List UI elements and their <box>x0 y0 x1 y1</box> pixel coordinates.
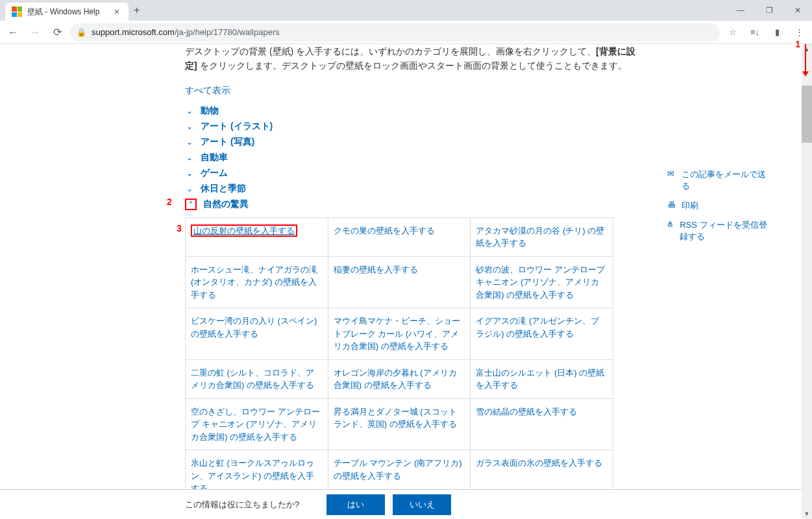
table-cell: 空のきざし、ロウワー アンテロープ キャニオン (アリゾナ、アメリカ合衆国) の… <box>186 399 328 451</box>
table-cell: 3 山の反射の壁紙を入手する <box>186 218 328 257</box>
annotation-2: 2 <box>167 197 172 207</box>
table-cell: クモの巣の壁紙を入手する <box>328 218 471 257</box>
wallpaper-link[interactable]: オレゴン海岸の夕暮れ (アメリカ合衆国) の壁紙を入手する <box>334 368 457 391</box>
wallpaper-link[interactable]: 空のきざし、ロウワー アンテロープ キャニオン (アリゾナ、アメリカ合衆国) の… <box>191 407 320 442</box>
page-viewport: デスクトップの背景 (壁紙) を入手するには、いずれかのカテゴリを展開し、画像を… <box>0 44 802 519</box>
right-actions: ✉この記事をメールで送る 🖶印刷 ⋔RSS フィードを受信登録する <box>666 169 773 250</box>
wallpaper-link-highlighted[interactable]: 山の反射の壁紙を入手する <box>191 224 297 237</box>
wallpaper-link[interactable]: 稲妻の壁紙を入手する <box>334 265 418 274</box>
wallpaper-link[interactable]: クモの巣の壁紙を入手する <box>334 226 435 235</box>
feedback-yes-button[interactable]: はい <box>326 494 385 515</box>
tab-close-icon[interactable]: × <box>112 6 122 17</box>
extension-icon[interactable]: ▮ <box>768 23 786 42</box>
wallpaper-link[interactable]: 昇る満月とダノター城 (スコットランド、英国) の壁紙を入手する <box>334 407 457 429</box>
table-cell: ホースシュー滝、ナイアガラの滝 (オンタリオ、カナダ) の壁紙を入手する <box>186 257 328 309</box>
category-list: ⌄動物 ⌄アート (イラスト) ⌄アート (写真) ⌄自動車 ⌄ゲーム ⌄休日と… <box>185 103 639 212</box>
window-titlebar: 壁紙 - Windows Help × + ― ❐ ✕ <box>0 0 812 21</box>
nav-back-button[interactable]: ← <box>4 23 22 42</box>
wallpaper-link[interactable]: テーブル マウンテン (南アフリカ) の壁紙を入手する <box>334 458 462 481</box>
scroll-up-button[interactable]: ▲ <box>802 44 812 54</box>
wallpaper-link[interactable]: 二重の虹 (シルト、コロラド、アメリカ合衆国) の壁紙を入手する <box>191 368 314 391</box>
url-bar[interactable]: 🔒 support.microsoft.com/ja-jp/help/17780… <box>70 23 720 42</box>
tab-title: 壁紙 - Windows Help <box>27 6 112 18</box>
table-cell: 富士山のシルエット (日本) の壁紙を入手する <box>471 360 613 399</box>
lock-icon: 🔒 <box>77 28 86 37</box>
wallpaper-link[interactable]: 砂岩の波、ロウワー アンテロープ キャニオン (アリゾナ、アメリカ合衆国) の壁… <box>476 265 605 300</box>
chevron-down-icon: ⌄ <box>185 106 194 115</box>
wallpaper-table: 3 山の反射の壁紙を入手する クモの巣の壁紙を入手する アタカマ砂漠の月の谷 (… <box>185 217 613 502</box>
wallpaper-link[interactable]: アタカマ砂漠の月の谷 (チリ) の壁紙を入手する <box>476 226 604 248</box>
wallpaper-link[interactable]: 富士山のシルエット (日本) の壁紙を入手する <box>476 368 604 391</box>
chevron-down-icon: ⌄ <box>185 169 194 178</box>
feedback-question: この情報は役に立ちましたか? <box>185 499 299 511</box>
rss-icon: ⋔ <box>666 219 674 229</box>
chevron-down-icon: ⌄ <box>185 138 194 147</box>
feedback-bar: この情報は役に立ちましたか? はい いいえ <box>0 489 802 519</box>
feedback-no-button[interactable]: いいえ <box>393 494 451 515</box>
category-animals[interactable]: ⌄動物 <box>185 103 639 119</box>
print-icon: 🖶 <box>666 200 676 210</box>
wallpaper-link[interactable]: ガラス表面の氷の壁紙を入手する <box>476 458 602 468</box>
table-cell: 昇る満月とダノター城 (スコットランド、英国) の壁紙を入手する <box>328 399 471 451</box>
annotation-1-arrow <box>804 44 807 77</box>
wallpaper-link[interactable]: 雪の結晶の壁紙を入手する <box>476 407 577 416</box>
wallpaper-link[interactable]: 氷山と虹 (ヨークルスアゥルロゥン、アイスランド) の壁紙を入手する <box>191 458 314 493</box>
chevron-down-icon: ⌄ <box>185 153 194 162</box>
scroll-down-button[interactable]: ▼ <box>802 509 812 519</box>
wallpaper-link[interactable]: マウイ島マケナ・ビーチ、ショートブレーク カール (ハワイ、アメリカ合衆国) の… <box>334 316 460 351</box>
wallpaper-link[interactable]: ビスケー湾の月の入り (スペイン) の壁紙を入手する <box>191 316 317 339</box>
browser-tab[interactable]: 壁紙 - Windows Help × <box>5 3 129 21</box>
email-article-link[interactable]: ✉この記事をメールで送る <box>666 169 773 192</box>
category-games[interactable]: ⌄ゲーム <box>185 165 639 181</box>
table-cell: 稲妻の壁紙を入手する <box>328 257 471 309</box>
window-close-button[interactable]: ✕ <box>783 0 812 21</box>
category-art-illust[interactable]: ⌄アート (イラスト) <box>185 119 639 134</box>
intro-text: デスクトップの背景 (壁紙) を入手するには、いずれかのカテゴリを展開し、画像を… <box>185 44 639 73</box>
new-tab-button[interactable]: + <box>134 5 140 16</box>
table-cell: 雪の結晶の壁紙を入手する <box>471 399 613 451</box>
category-cars[interactable]: ⌄自動車 <box>185 150 639 165</box>
chevron-down-icon: ⌄ <box>185 184 194 193</box>
nav-reload-button[interactable]: ⟳ <box>48 23 66 42</box>
scroll-thumb[interactable] <box>802 86 812 143</box>
print-link[interactable]: 🖶印刷 <box>666 200 773 211</box>
rss-link[interactable]: ⋔RSS フィードを受信登録する <box>666 219 773 243</box>
nav-forward-button[interactable]: → <box>26 23 44 42</box>
wallpaper-link[interactable]: イグアスの滝 (アルゼンチン、ブラジル) の壁紙を入手する <box>476 316 599 339</box>
table-cell: マウイ島マケナ・ビーチ、ショートブレーク カール (ハワイ、アメリカ合衆国) の… <box>328 308 471 360</box>
annotation-3: 3 <box>177 222 182 235</box>
chevron-down-icon: ⌄ <box>185 122 194 131</box>
table-cell: イグアスの滝 (アルゼンチン、ブラジル) の壁紙を入手する <box>471 308 613 360</box>
table-cell: 二重の虹 (シルト、コロラド、アメリカ合衆国) の壁紙を入手する <box>186 360 328 399</box>
table-cell: ビスケー湾の月の入り (スペイン) の壁紙を入手する <box>186 308 328 360</box>
category-art-photo[interactable]: ⌄アート (写真) <box>185 134 639 150</box>
url-path: /ja-jp/help/17780/wallpapers <box>175 27 280 37</box>
category-holidays[interactable]: ⌄休日と季節 <box>185 181 639 197</box>
category-nature[interactable]: 2 ⌃ 自然の驚異 <box>185 197 639 212</box>
chevron-up-icon-highlighted: ⌃ <box>185 199 197 210</box>
table-cell: 砂岩の波、ロウワー アンテロープ キャニオン (アリゾナ、アメリカ合衆国) の壁… <box>471 257 613 309</box>
ms-favicon <box>12 6 22 17</box>
vertical-scrollbar[interactable]: ▲ ▼ <box>802 44 812 519</box>
wallpaper-link[interactable]: ホースシュー滝、ナイアガラの滝 (オンタリオ、カナダ) の壁紙を入手する <box>191 265 317 300</box>
url-host: support.microsoft.com <box>92 27 175 37</box>
address-bar: ← → ⟳ 🔒 support.microsoft.com/ja-jp/help… <box>0 21 812 44</box>
window-maximize-button[interactable]: ❐ <box>755 0 783 21</box>
mail-icon: ✉ <box>666 169 676 178</box>
table-cell: アタカマ砂漠の月の谷 (チリ) の壁紙を入手する <box>471 218 613 257</box>
window-minimize-button[interactable]: ― <box>726 0 755 21</box>
table-cell: オレゴン海岸の夕暮れ (アメリカ合衆国) の壁紙を入手する <box>328 360 471 399</box>
show-all-link[interactable]: すべて表示 <box>185 85 230 97</box>
reading-list-icon[interactable]: ≡↓ <box>746 23 764 42</box>
bookmark-star-icon[interactable]: ☆ <box>724 23 742 42</box>
annotation-1: 1 <box>795 39 800 49</box>
